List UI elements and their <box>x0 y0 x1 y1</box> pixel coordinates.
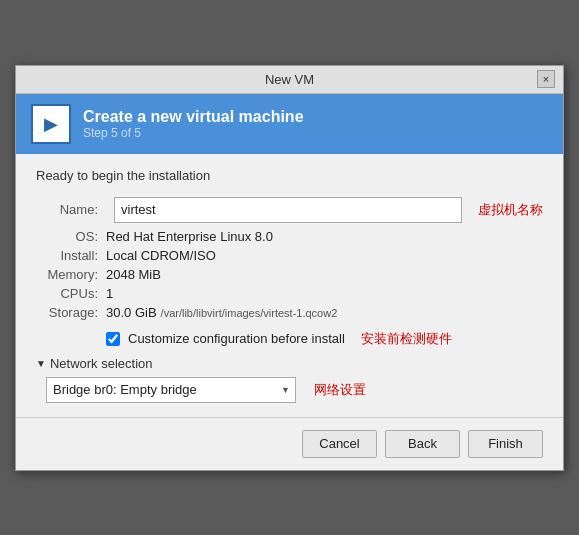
memory-row: Memory: 2048 MiB <box>36 267 543 282</box>
content-area: Ready to begin the installation Name: 虚拟… <box>16 154 563 417</box>
network-select[interactable]: Bridge br0: Empty bridge NAT None <box>46 377 296 403</box>
info-table: OS: Red Hat Enterprise Linux 8.0 Install… <box>36 229 543 320</box>
header-step: Step 5 of 5 <box>83 126 304 140</box>
network-dropdown-row: Bridge br0: Empty bridge NAT None 网络设置 <box>46 377 543 403</box>
dialog: New VM × ▶ Create a new virtual machine … <box>15 65 564 471</box>
header-banner: ▶ Create a new virtual machine Step 5 of… <box>16 94 563 154</box>
memory-value: 2048 MiB <box>106 267 161 282</box>
back-button[interactable]: Back <box>385 430 460 458</box>
network-section: ▼ Network selection Bridge br0: Empty br… <box>36 356 543 403</box>
name-label: Name: <box>36 202 106 217</box>
network-header[interactable]: ▼ Network selection <box>36 356 543 371</box>
os-value: Red Hat Enterprise Linux 8.0 <box>106 229 273 244</box>
checkbox-row: Customize configuration before install 安… <box>106 330 543 348</box>
os-label: OS: <box>36 229 106 244</box>
network-annotation: 网络设置 <box>314 381 366 399</box>
name-annotation: 虚拟机名称 <box>478 201 543 219</box>
header-title: Create a new virtual machine <box>83 108 304 126</box>
install-value: Local CDROM/ISO <box>106 248 216 263</box>
cpus-row: CPUs: 1 <box>36 286 543 301</box>
storage-row: Storage: 30.0 GiB /var/lib/libvirt/image… <box>36 305 543 320</box>
cpus-label: CPUs: <box>36 286 106 301</box>
install-row: Install: Local CDROM/ISO <box>36 248 543 263</box>
network-section-label: Network selection <box>50 356 153 371</box>
customize-checkbox[interactable] <box>106 332 120 346</box>
name-row: Name: 虚拟机名称 <box>36 197 543 223</box>
close-button[interactable]: × <box>537 70 555 88</box>
header-text: Create a new virtual machine Step 5 of 5 <box>83 108 304 140</box>
checkbox-label[interactable]: Customize configuration before install <box>128 331 345 346</box>
vm-icon-symbol: ▶ <box>44 113 58 135</box>
memory-label: Memory: <box>36 267 106 282</box>
ready-text: Ready to begin the installation <box>36 168 543 183</box>
cancel-button[interactable]: Cancel <box>302 430 377 458</box>
checkbox-annotation: 安装前检测硬件 <box>361 330 452 348</box>
title-bar: New VM × <box>16 66 563 94</box>
os-row: OS: Red Hat Enterprise Linux 8.0 <box>36 229 543 244</box>
name-input[interactable] <box>114 197 462 223</box>
vm-icon: ▶ <box>31 104 71 144</box>
network-arrow-icon: ▼ <box>36 358 46 369</box>
footer: Cancel Back Finish <box>16 417 563 470</box>
storage-path: /var/lib/libvirt/images/virtest-1.qcow2 <box>161 307 338 319</box>
finish-button[interactable]: Finish <box>468 430 543 458</box>
dialog-title: New VM <box>42 72 537 87</box>
storage-size: 30.0 GiB <box>106 305 157 320</box>
cpus-value: 1 <box>106 286 113 301</box>
install-label: Install: <box>36 248 106 263</box>
network-select-wrapper: Bridge br0: Empty bridge NAT None <box>46 377 296 403</box>
storage-label: Storage: <box>36 305 106 320</box>
